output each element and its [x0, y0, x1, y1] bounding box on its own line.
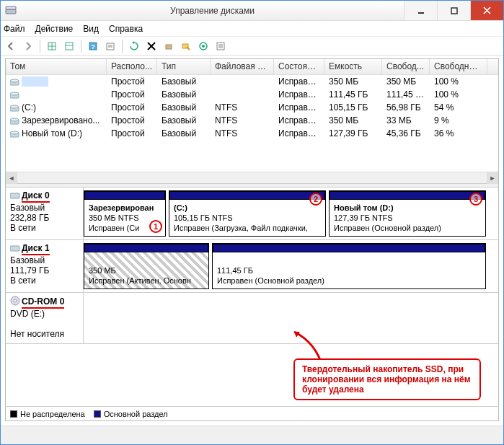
table-row[interactable]: (C:)ПростойБазовыйNTFSИсправен..105,15 Г…	[6, 101, 498, 114]
partition[interactable]: 111,45 ГБИсправен (Основной раздел)	[212, 243, 486, 289]
volume-icon	[10, 131, 20, 138]
settings-icon[interactable]	[162, 39, 176, 53]
refresh-button[interactable]	[127, 39, 141, 53]
scroll-right-icon[interactable]: ►	[487, 172, 498, 184]
svg-rect-37	[10, 246, 19, 251]
svg-point-33	[10, 118, 19, 121]
action-icon[interactable]	[196, 39, 211, 53]
disk-name: Диск 1	[22, 243, 50, 255]
partition[interactable]: 350 МБИсправен (Активен, Основн	[84, 243, 209, 289]
volume-icon	[10, 79, 20, 86]
svg-rect-9	[66, 43, 73, 50]
disk-pane: Диск 0Базовый232,88 ГБВ сетиЗарезервиров…	[6, 188, 498, 406]
properties-button[interactable]	[103, 39, 118, 53]
legend: Не распределена Основной раздел	[6, 406, 498, 420]
col-fs[interactable]: Файловая с...	[211, 59, 274, 74]
scroll-left-icon[interactable]: ◄	[6, 172, 17, 184]
disk-name: Диск 0	[22, 190, 50, 203]
titlebar[interactable]: Управление дисками	[1, 1, 503, 21]
disk-name: CD-ROM 0	[22, 296, 64, 309]
partition[interactable]: Новый том (D:)127,39 ГБ NTFSИсправен (Ос…	[329, 190, 486, 237]
volume-icon	[10, 118, 20, 125]
table-row[interactable]: ПростойБазовыйИсправен..350 МБ350 МБ100 …	[6, 75, 498, 88]
list-icon[interactable]	[213, 39, 228, 53]
help-button[interactable]: ?	[86, 39, 100, 53]
annotation-badge: 3	[469, 193, 482, 206]
partition[interactable]: (C:)105,15 ГБ NTFSИсправен (Загрузка, Фа…	[169, 190, 326, 237]
menu-file[interactable]: Файл	[4, 24, 25, 34]
disk-row: CD-ROM 0DVD (E:)Нет носителя	[6, 293, 498, 344]
volume-icon	[10, 92, 20, 99]
col-status[interactable]: Состояние	[274, 59, 324, 74]
col-free[interactable]: Свобод...	[382, 59, 430, 74]
maximize-button[interactable]	[437, 1, 470, 20]
svg-rect-36	[10, 193, 19, 198]
forward-button[interactable]	[21, 39, 35, 53]
svg-point-35	[10, 131, 19, 134]
svg-rect-18	[166, 45, 172, 49]
table-row[interactable]: Зарезервировано...ПростойБазовыйNTFSИспр…	[6, 114, 498, 127]
menubar: Файл Действие Вид Справка	[1, 21, 503, 37]
menu-help[interactable]: Справка	[109, 24, 143, 34]
legend-primary: Основной раздел	[104, 410, 168, 418]
svg-text:?: ?	[91, 43, 95, 50]
minimize-button[interactable]	[404, 1, 437, 20]
table-row[interactable]: ПростойБазовыйИсправен..111,45 ГБ111,45 …	[6, 88, 498, 101]
svg-point-29	[10, 92, 19, 95]
window-title: Управление дисками	[21, 6, 404, 16]
annotation-callout: Твердотельный накопитель SSD, при клонир…	[293, 358, 481, 400]
close-button[interactable]	[470, 1, 503, 20]
disk-row: Диск 1Базовый111,79 ГБВ сети 350 МБИспра…	[6, 240, 498, 293]
back-button[interactable]	[4, 39, 18, 53]
col-freepct[interactable]: Свободно %	[430, 59, 487, 74]
toolbar: ?	[1, 37, 503, 56]
statusbar	[1, 426, 503, 444]
col-capacity[interactable]: Емкость	[324, 59, 382, 74]
svg-point-27	[10, 79, 19, 82]
svg-rect-1	[6, 6, 16, 9]
menu-action[interactable]: Действие	[35, 24, 74, 34]
col-layout[interactable]: Располо...	[107, 59, 157, 74]
svg-rect-3	[451, 8, 457, 14]
annotation-badge: 2	[309, 193, 322, 206]
disk-icon	[10, 244, 20, 254]
delete-icon[interactable]	[144, 39, 159, 53]
volume-grid-body: ПростойБазовыйИсправен..350 МБ350 МБ100 …	[6, 75, 498, 140]
col-type[interactable]: Тип	[157, 59, 211, 74]
rescan-icon[interactable]	[179, 39, 193, 53]
disk-row: Диск 0Базовый232,88 ГБВ сетиЗарезервиров…	[6, 188, 498, 240]
annotation-badge: 1	[149, 220, 162, 233]
menu-view[interactable]: Вид	[83, 24, 99, 34]
partition[interactable]: Зарезервирован350 МБ NTFSИсправен (Си1	[84, 190, 166, 237]
svg-point-39	[14, 299, 17, 302]
legend-unallocated: Не распределена	[20, 410, 85, 418]
horizontal-scrollbar[interactable]: ◄ ►	[6, 172, 498, 183]
view-detail-button[interactable]	[62, 39, 76, 53]
volume-icon	[10, 105, 20, 112]
svg-point-31	[10, 105, 19, 108]
col-volume[interactable]: Том	[6, 59, 107, 74]
app-icon	[5, 5, 17, 17]
volume-grid-header: Том Располо... Тип Файловая с... Состоян…	[6, 59, 498, 75]
cdrom-icon	[10, 296, 20, 308]
disk-management-window: Управление дисками Файл Действие Вид Спр…	[0, 0, 504, 445]
svg-rect-0	[6, 9, 16, 14]
content-pane: Том Располо... Тип Файловая с... Состоян…	[5, 58, 499, 421]
disk-icon	[10, 191, 20, 201]
svg-point-21	[202, 45, 205, 48]
view-list-button[interactable]	[45, 39, 59, 53]
table-row[interactable]: Новый том (D:)ПростойБазовыйNTFSИсправен…	[6, 127, 498, 140]
